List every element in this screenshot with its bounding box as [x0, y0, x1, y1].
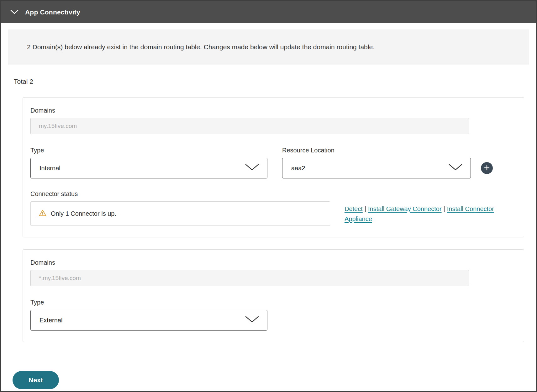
domains-label: Domains [30, 259, 516, 266]
resource-location-select[interactable]: aaa2 [282, 158, 471, 178]
info-banner: 2 Domain(s) below already exist in the d… [8, 29, 529, 65]
domain-input [30, 118, 469, 134]
info-banner-text: 2 Domain(s) below already exist in the d… [27, 43, 375, 50]
section-title: App Connectivity [25, 8, 80, 16]
warning-triangle-icon [39, 209, 46, 218]
resource-location-label: Resource Location [282, 147, 471, 154]
section-header: App Connectivity [1, 1, 536, 23]
resource-location-select-value: aaa2 [291, 165, 305, 172]
collapse-section-button[interactable] [10, 8, 19, 17]
install-gateway-connector-link[interactable]: Install Gateway Connector [368, 205, 442, 212]
type-select-value: External [39, 317, 62, 324]
chevron-down-icon [245, 316, 259, 325]
domain-input [30, 270, 469, 286]
add-resource-location-button[interactable] [481, 162, 493, 174]
pipe-separator: | [444, 205, 445, 212]
type-select-value: Internal [39, 165, 61, 172]
chevron-down-icon [245, 164, 259, 172]
plus-icon [484, 165, 490, 172]
domain-entry-card-1: Domains Type Internal Resource Location [23, 97, 524, 237]
connector-links: Detect|Install Gateway Connector|Install… [345, 201, 495, 224]
type-label: Type [30, 147, 267, 154]
type-select[interactable]: Internal [30, 158, 267, 178]
type-select[interactable]: External [30, 310, 267, 331]
chevron-down-icon [449, 164, 462, 172]
domains-label: Domains [30, 107, 516, 114]
total-count-label: Total 2 [14, 78, 536, 85]
connector-status-box: Only 1 Connector is up. [30, 201, 330, 226]
pipe-separator: | [365, 205, 366, 212]
connector-status-label: Connector status [30, 190, 516, 198]
connector-status-message: Only 1 Connector is up. [51, 210, 116, 217]
next-button[interactable]: Next [13, 371, 59, 389]
type-label: Type [30, 299, 267, 306]
domain-entry-card-2: Domains Type External [23, 249, 524, 342]
detect-link[interactable]: Detect [345, 205, 363, 212]
app-connectivity-panel: App Connectivity 2 Domain(s) below alrea… [0, 0, 537, 392]
chevron-down-icon [10, 9, 18, 15]
